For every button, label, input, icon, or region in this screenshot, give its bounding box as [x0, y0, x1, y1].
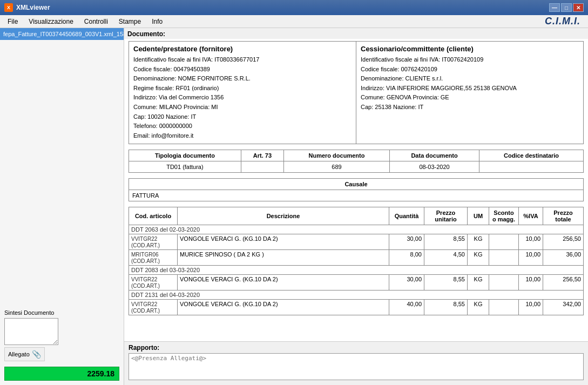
header-art73: Art. 73 — [241, 150, 283, 161]
item-totale: 256,50 — [543, 234, 584, 250]
item-iva: 10,00 — [519, 275, 543, 291]
cessionario-comune: Comune: GENOVA Provincia: GE — [361, 93, 579, 103]
sintesi-textarea[interactable] — [4, 318, 58, 345]
menu-bar: File Visualizzazione Controlli Stampe In… — [0, 15, 588, 28]
close-button[interactable]: ✕ — [573, 3, 584, 12]
item-quantita: 30,00 — [389, 234, 424, 250]
rapporto-textarea[interactable] — [129, 353, 584, 380]
header-tipologia: Tipologia documento — [129, 150, 241, 161]
item-ddt-row: DDT 2063 del 02-03-2020 — [129, 225, 584, 234]
cessionario-indirizzo: Indirizzo: VIA INFERIORE MAGGIORE,55 251… — [361, 84, 579, 93]
sidebar-bottom: Sintesi Documento Allegato 📎 2259.18 — [0, 305, 124, 385]
menu-stampe[interactable]: Stampe — [113, 17, 146, 26]
parties-table: Cedente/prestatore (fornitore) Identific… — [129, 41, 584, 144]
item-um: KG — [468, 300, 489, 315]
sidebar-filename: fepa_Fatture_IT00374450689_003V1.xml_158 — [0, 28, 124, 40]
items-header-qty: Quantità — [389, 207, 424, 225]
cedente-codice-fiscale: Codice fiscale: 00479450389 — [133, 65, 352, 75]
item-prezzo: 8,55 — [424, 300, 468, 315]
menu-info[interactable]: Info — [146, 17, 168, 26]
cedente-denominazione: Denominazione: NOME FORNITORE S.R.L. — [133, 74, 352, 84]
maximize-button[interactable]: □ — [561, 3, 572, 12]
doc-info-table: Tipologia documento Art. 73 Numero docum… — [129, 150, 584, 173]
paperclip-icon: 📎 — [32, 350, 41, 359]
item-descrizione: MURICE SPINOSO ( DA 2 KG ) — [178, 250, 389, 266]
item-iva: 10,00 — [519, 250, 543, 266]
app-icon: X — [4, 3, 13, 12]
doc-art73 — [241, 161, 283, 173]
item-prezzo: 4,50 — [424, 250, 468, 266]
item-code: VVITGR22(COD.ART.) — [129, 234, 178, 250]
item-code: VVITGR22(COD.ART.) — [129, 275, 178, 291]
cedente-title: Cedente/prestatore (fornitore) — [133, 45, 352, 53]
item-iva: 10,00 — [519, 234, 543, 250]
window-controls: — □ ✕ — [549, 3, 584, 12]
header-numero: Numero documento — [284, 150, 390, 161]
item-um: KG — [468, 234, 489, 250]
item-quantita: 40,00 — [389, 300, 424, 315]
header-codice: Codice destinatario — [479, 150, 584, 161]
item-sconto — [489, 234, 519, 250]
item-sconto — [489, 300, 519, 315]
menu-visualizzazione[interactable]: Visualizzazione — [23, 17, 79, 26]
cedente-indirizzo: Indirizzo: Via del Commercio 1356 — [133, 93, 352, 103]
items-header-iva: %IVA — [519, 207, 543, 225]
total-value: 2259.18 — [4, 367, 119, 381]
sidebar: fepa_Fatture_IT00374450689_003V1.xml_158… — [0, 28, 124, 385]
cessionario-denominazione: Denominazione: CLIENTE s.r.l. — [361, 74, 579, 84]
item-code: VVITGR22(COD.ART.) — [129, 300, 178, 315]
cessionario-info: Identificativo fiscale ai fini IVA: IT00… — [361, 55, 579, 112]
item-ddt-row: DDT 2131 del 04-03-2020 — [129, 291, 584, 300]
causale-header: Causale — [129, 179, 584, 190]
title-bar: X XMLviewer — □ ✕ — [0, 0, 588, 15]
item-quantita: 30,00 — [389, 275, 424, 291]
item-prezzo: 8,55 — [424, 275, 468, 291]
items-header-totale: Prezzo totale — [543, 207, 584, 225]
doc-info-row: TD01 (fattura) 689 08-03-2020 — [129, 161, 584, 173]
menu-file[interactable]: File — [2, 17, 23, 26]
item-um: KG — [468, 275, 489, 291]
item-quantita: 8,00 — [389, 250, 424, 266]
cedente-regime: Regime fiscale: RF01 (ordinario) — [133, 84, 352, 93]
documento-label: Documento: — [124, 28, 588, 39]
cedente-info: Identificativo fiscale ai fini IVA: IT08… — [133, 55, 352, 140]
app-title: XMLviewer — [16, 4, 50, 11]
brand-logo: C.I.M.I. — [545, 16, 586, 27]
cessionario-title: Cessionario/committente (cliente) — [361, 45, 579, 53]
header-data: Data documento — [389, 150, 479, 161]
item-sconto — [489, 250, 519, 266]
cedente-cap: Cap: 10020 Nazione: IT — [133, 112, 352, 122]
table-row: VVITGR22(COD.ART.)VONGOLE VERACI G. (KG.… — [129, 300, 584, 315]
cedente-id-fiscale: Identificativo fiscale ai fini IVA: IT08… — [133, 55, 352, 65]
cedente-comune: Comune: MILANO Provincia: MI — [133, 103, 352, 112]
item-iva: 10,00 — [519, 300, 543, 315]
menu-controlli[interactable]: Controlli — [79, 17, 113, 26]
sintesi-box: Allegato 📎 2259.18 — [4, 318, 119, 381]
table-row: VVITGR22(COD.ART.)VONGOLE VERACI G. (KG.… — [129, 234, 584, 250]
item-totale: 342,00 — [543, 300, 584, 315]
items-header-price: Prezzo unitario — [424, 207, 468, 225]
cessionario-codice-fiscale: Codice fiscale: 00762420109 — [361, 65, 579, 75]
doc-tipologia: TD01 (fattura) — [129, 161, 241, 173]
item-totale: 36,00 — [543, 250, 584, 266]
items-header-sconto: Sconto o magg. — [489, 207, 519, 225]
item-prezzo: 8,55 — [424, 234, 468, 250]
item-descrizione: VONGOLE VERACI G. (KG.10 DA 2) — [178, 300, 389, 315]
doc-codice — [479, 161, 584, 173]
main-area: fepa_Fatture_IT00374450689_003V1.xml_158… — [0, 28, 588, 385]
item-ddt-row: DDT 2083 del 03-03-2020 — [129, 266, 584, 275]
sintesi-label: Sintesi Documento — [4, 309, 119, 316]
items-header-desc: Descrizione — [178, 207, 389, 225]
allegato-button[interactable]: Allegato 📎 — [4, 347, 45, 361]
documento-scroll[interactable]: Cedente/prestatore (fornitore) Identific… — [124, 39, 588, 341]
allegato-label: Allegato — [8, 351, 30, 357]
doc-data: 08-03-2020 — [389, 161, 479, 173]
causale-value: FATTURA — [129, 190, 584, 201]
rapporto-area: Rapporto: — [124, 341, 588, 385]
items-table: Cod. articolo Descrizione Quantità Prezz… — [129, 207, 584, 315]
minimize-button[interactable]: — — [549, 3, 560, 12]
item-sconto — [489, 275, 519, 291]
content-area: Documento: Cedente/prestatore (fornitore… — [124, 28, 588, 385]
cedente-telefono: Telefono: 0000000000 — [133, 121, 352, 131]
item-code: MRITGR06(COD.ART.) — [129, 250, 178, 266]
